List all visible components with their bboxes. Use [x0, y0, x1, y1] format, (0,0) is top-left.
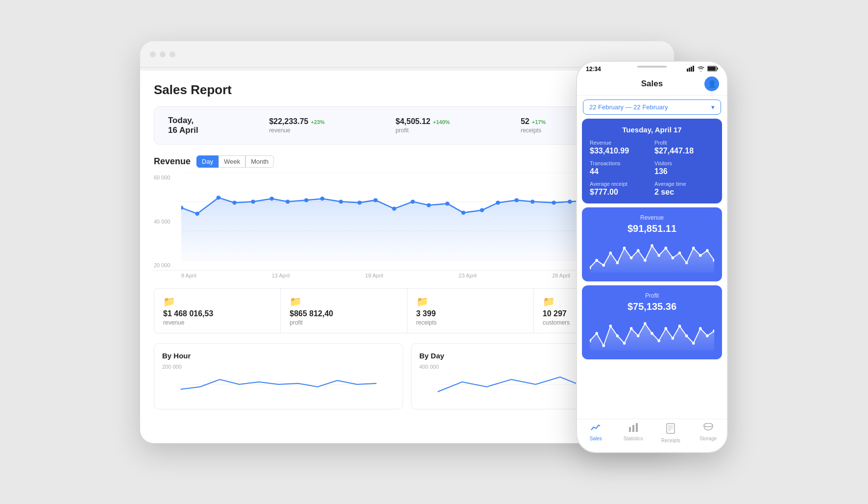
svg-point-21 [461, 211, 466, 215]
svg-point-89 [704, 424, 713, 427]
nav-tab-receipts[interactable]: Receipts [652, 423, 690, 443]
svg-point-57 [685, 261, 688, 264]
svg-point-11 [286, 200, 290, 203]
svg-point-18 [410, 200, 415, 203]
svg-point-65 [602, 344, 605, 347]
revenue-mini-chart [590, 238, 714, 273]
phone-scroll-content[interactable]: Tuesday, April 17 Revenue $33,410.99 Pro… [577, 119, 727, 432]
stat-transactions-item: Transactions 44 [590, 160, 650, 176]
svg-rect-40 [717, 68, 718, 70]
svg-rect-41 [708, 67, 716, 71]
avatar-icon: 👤 [708, 80, 716, 88]
daily-stats-grid: Revenue $33,410.99 Profit $27,447.18 Tra… [590, 140, 714, 197]
stat-avg-receipt-item: Average receipt $777.00 [590, 181, 650, 197]
svg-point-58 [692, 247, 695, 250]
phone-nav-indicator [637, 66, 667, 68]
report-title: Sales Report [154, 82, 232, 98]
by-hour-chart: By Hour 200 000 [154, 343, 403, 409]
chevron-down-icon: ▾ [711, 103, 715, 111]
svg-point-71 [644, 322, 647, 325]
phone-title: Sales [600, 79, 704, 89]
stat-visitors-item: Visitors 136 [654, 160, 714, 176]
svg-point-77 [685, 334, 688, 337]
sales-nav-icon [590, 423, 601, 434]
receipts-nav-icon [666, 423, 675, 436]
date-range-dropdown[interactable]: 22 February — 22 February ▾ [583, 100, 721, 115]
svg-point-51 [644, 259, 647, 262]
svg-point-52 [651, 244, 653, 247]
svg-point-55 [672, 256, 675, 259]
stat-avg-time-item: Average time 2 sec [654, 181, 714, 197]
svg-point-73 [657, 339, 660, 342]
svg-point-50 [637, 249, 640, 252]
svg-point-69 [630, 327, 633, 330]
stat-profit: $4,505.12 +140% profit [396, 117, 450, 134]
summary-card-revenue: 📁 $1 468 016,53 revenue [154, 289, 281, 333]
profit-mini-card: Profit $75,135.36 [582, 285, 722, 359]
stat-revenue-item: Revenue $33,410.99 [590, 140, 650, 155]
svg-point-15 [358, 201, 362, 204]
nav-tab-statistics[interactable]: Statistics [615, 423, 652, 441]
svg-point-23 [496, 201, 500, 204]
daily-stats-card: Tuesday, April 17 Revenue $33,410.99 Pro… [582, 119, 722, 203]
nav-tab-sales[interactable]: Sales [577, 423, 615, 441]
svg-point-44 [595, 259, 598, 262]
profit-folder-icon: 📁 [289, 296, 398, 307]
summary-card-receipts: 📁 3 399 receipts [408, 289, 534, 333]
svg-point-9 [251, 200, 255, 203]
stat-profit-item: Profit $27,447.18 [654, 140, 714, 155]
nav-tab-storage[interactable]: Storage [690, 423, 727, 441]
svg-point-13 [320, 197, 325, 201]
nav-label-receipts: Receipts [661, 438, 680, 443]
svg-point-8 [232, 201, 237, 204]
svg-rect-83 [632, 425, 634, 432]
svg-point-47 [616, 261, 619, 264]
svg-point-54 [664, 247, 667, 250]
by-hour-svg [162, 370, 395, 399]
svg-point-70 [637, 334, 640, 337]
avatar[interactable]: 👤 [704, 76, 719, 91]
svg-point-79 [699, 327, 702, 330]
chart-y-labels: 60 000 40 000 20 000 [154, 173, 181, 270]
tab-day[interactable]: Day [196, 155, 218, 168]
svg-rect-85 [667, 424, 675, 433]
phone-header: Sales 👤 [577, 75, 727, 96]
svg-rect-84 [636, 423, 638, 432]
battery-icon [707, 66, 718, 73]
revenue-title: Revenue [154, 156, 191, 167]
statistics-nav-icon [628, 423, 639, 434]
svg-point-56 [678, 252, 681, 254]
svg-point-22 [480, 208, 484, 212]
svg-point-27 [568, 200, 572, 203]
svg-point-76 [678, 325, 681, 328]
svg-point-53 [657, 254, 660, 257]
stat-receipts: 52 +17% receipts [521, 117, 546, 134]
svg-rect-35 [687, 69, 688, 72]
daily-stats-date: Tuesday, April 17 [590, 126, 714, 134]
svg-point-60 [706, 249, 709, 252]
svg-point-80 [706, 334, 709, 337]
svg-point-45 [602, 264, 605, 267]
svg-point-72 [651, 332, 653, 335]
svg-point-25 [530, 200, 535, 203]
svg-point-10 [269, 197, 274, 201]
svg-point-68 [623, 342, 626, 345]
receipts-folder-icon: 📁 [416, 296, 525, 307]
svg-point-6 [195, 212, 199, 216]
traffic-dot-minimize [160, 51, 166, 57]
svg-point-49 [630, 256, 633, 259]
svg-point-67 [616, 334, 619, 337]
wifi-icon [697, 66, 705, 73]
phone-status-bar: 12:34 [577, 62, 727, 75]
svg-point-16 [373, 198, 378, 202]
svg-point-14 [339, 200, 343, 203]
time-tab-group: Day Week Month [196, 155, 274, 168]
svg-point-20 [445, 202, 450, 205]
svg-point-66 [609, 325, 612, 328]
tab-week[interactable]: Week [218, 155, 245, 168]
svg-point-24 [514, 198, 519, 202]
summary-card-profit: 📁 $865 812,40 profit [281, 289, 407, 333]
svg-point-19 [427, 203, 431, 207]
tab-month[interactable]: Month [245, 155, 274, 168]
stats-date: Today, 16 April [168, 116, 198, 135]
